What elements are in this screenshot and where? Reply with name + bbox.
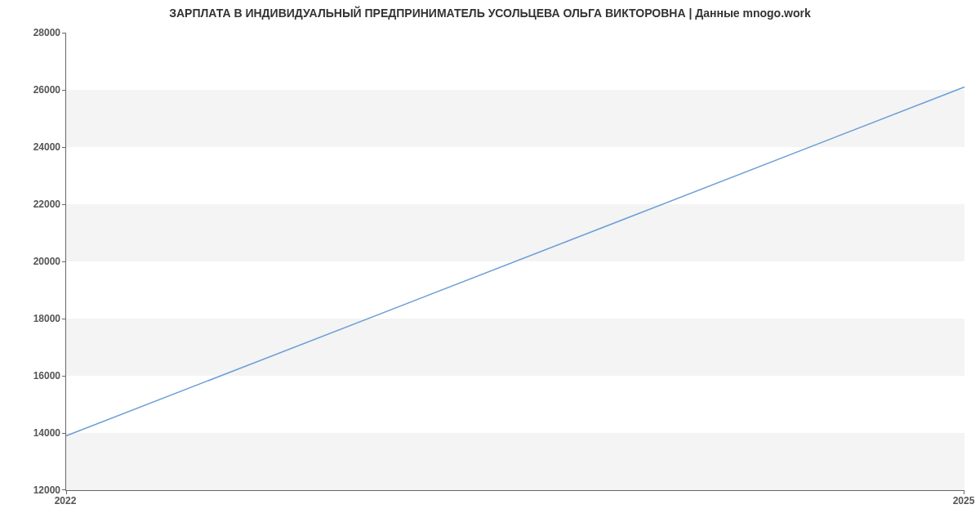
y-tick-label: 24000 [3,141,60,153]
x-tick-label: 2022 [55,495,77,506]
data-line [66,87,964,436]
y-tick-label: 16000 [3,370,60,382]
chart-container: ЗАРПЛАТА В ИНДИВИДУАЛЬНЫЙ ПРЕДПРИНИМАТЕЛ… [0,0,980,531]
y-tick-label: 12000 [3,484,60,496]
y-tick-label: 28000 [3,27,60,38]
y-tick-label: 22000 [3,199,60,210]
y-tick-label: 14000 [3,427,60,439]
x-tick [964,490,964,494]
y-tick-label: 18000 [3,313,60,324]
chart-title: ЗАРПЛАТА В ИНДИВИДУАЛЬНЫЙ ПРЕДПРИНИМАТЕЛ… [0,7,980,20]
plot-area [65,33,964,491]
x-tick [66,490,67,494]
y-tick-label: 26000 [3,84,60,96]
line-plot [66,33,964,490]
y-tick-label: 20000 [3,256,60,267]
x-tick-label: 2025 [953,495,975,506]
